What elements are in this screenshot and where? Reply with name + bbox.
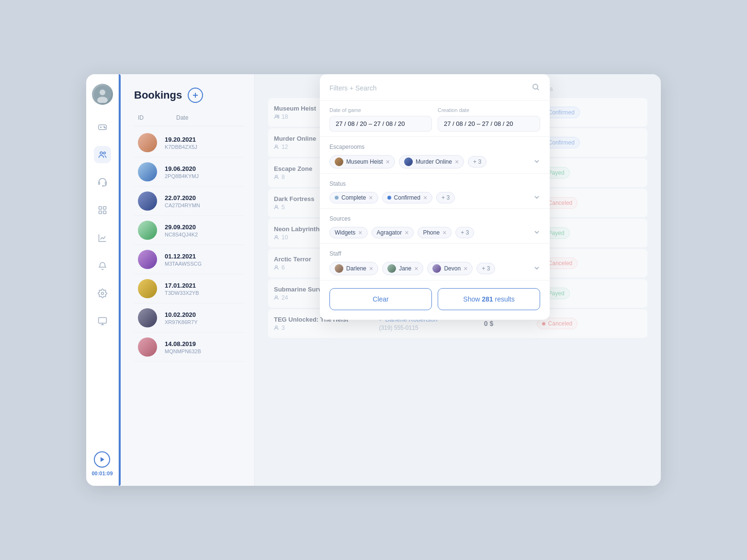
search-icon[interactable]: [532, 83, 540, 93]
status-label: Status: [329, 180, 540, 187]
filter-sources-section: Sources Widgets × Agragator × Phone ×: [320, 209, 550, 244]
staff-chevron-icon[interactable]: [533, 265, 540, 273]
svg-point-5: [104, 127, 105, 128]
page-title: Bookings: [134, 89, 182, 101]
table-row[interactable]: 29.09.2020 NC8S4QJ4K2: [134, 216, 245, 245]
filter-panel: Filters + Search Date of game 27 / 08 / …: [320, 74, 550, 320]
filter-tag-murder-online[interactable]: Murder Online ×: [399, 155, 464, 168]
filter-tag-phone[interactable]: Phone ×: [418, 227, 452, 238]
add-booking-button[interactable]: [188, 88, 203, 103]
creation-date-label: Creation date: [438, 107, 540, 113]
nav-sidebar: 00:01:09: [86, 74, 119, 486]
escaperooms-more[interactable]: + 3: [468, 156, 487, 168]
status-chevron-icon[interactable]: [533, 194, 540, 202]
creation-date-input[interactable]: 27 / 08 / 20 – 27 / 08 / 20: [438, 116, 540, 132]
tag-label: Confirmed: [394, 194, 420, 201]
filter-staff-section: Staff Darlene × Jane ×: [320, 244, 550, 280]
date-row: Date of game 27 / 08 / 20 – 27 / 08 / 20…: [329, 107, 540, 132]
show-suffix: results: [493, 295, 515, 303]
svg-point-10: [102, 186, 103, 187]
remove-tag-icon[interactable]: ×: [386, 158, 390, 165]
filter-tag-confirmed[interactable]: Confirmed ×: [382, 192, 433, 203]
avatar[interactable]: [92, 84, 113, 105]
table-row[interactable]: 19.06.2020 2PQ8B4KYMJ: [134, 157, 245, 187]
gamepad-icon[interactable]: [94, 118, 111, 135]
filter-tag-devon[interactable]: Devon ×: [427, 262, 473, 275]
col-date: Date: [176, 114, 241, 121]
tag-avatar: [387, 264, 396, 273]
status-more[interactable]: + 3: [436, 192, 455, 203]
remove-tag-icon[interactable]: ×: [358, 229, 362, 236]
booking-avatar: [138, 308, 157, 327]
clear-button[interactable]: Clear: [329, 288, 432, 310]
svg-rect-13: [99, 211, 102, 214]
svg-rect-16: [98, 318, 106, 324]
timer-display: 00:01:09: [91, 470, 113, 476]
remove-tag-icon[interactable]: ×: [405, 229, 408, 236]
remove-tag-icon[interactable]: ×: [369, 194, 373, 201]
booking-id: K7DBB4ZX5J: [165, 144, 241, 150]
remove-tag-icon[interactable]: ×: [455, 158, 459, 165]
table-row[interactable]: 14.08.2019 MQNMPN632B: [134, 333, 245, 362]
table-row[interactable]: 19.20.2021 K7DBB4ZX5J: [134, 128, 245, 157]
monitor-icon[interactable]: [94, 313, 111, 330]
bookings-panel: Bookings ID Date 19.20.2021 K7DBB4ZX5J: [121, 74, 255, 486]
filter-tag-darlene[interactable]: Darlene ×: [329, 262, 378, 275]
tag-label: Darlene: [346, 265, 366, 272]
bell-icon[interactable]: [94, 257, 111, 274]
tag-dot-complete: [335, 196, 339, 200]
status-tags: Complete × Confirmed × + 3: [329, 192, 540, 203]
bookings-header: Bookings: [134, 88, 245, 103]
col-id: ID: [138, 114, 176, 121]
remove-tag-icon[interactable]: ×: [464, 265, 467, 272]
filter-tag-widgets[interactable]: Widgets ×: [329, 227, 368, 238]
booking-avatar: [138, 250, 157, 269]
filter-tag-jane[interactable]: Jane ×: [382, 262, 423, 275]
table-row[interactable]: 01.12.2021 M3TAAWSSCG: [134, 245, 245, 274]
filter-tag-agragator[interactable]: Agragator ×: [372, 227, 414, 238]
filter-buttons: Clear Show 281 results: [320, 280, 550, 310]
booking-info: 17.01.2021 T3DW33X2YB: [165, 282, 241, 296]
tag-label: Agragator: [377, 229, 402, 236]
svg-point-1: [100, 90, 105, 95]
filter-tag-complete[interactable]: Complete ×: [329, 192, 378, 203]
staff-tags: Darlene × Jane × Devon ×: [329, 262, 540, 275]
tag-label: Jane: [399, 265, 411, 272]
date-of-game-input[interactable]: 27 / 08 / 20 – 27 / 08 / 20: [329, 116, 432, 132]
sources-chevron-icon[interactable]: [533, 229, 540, 237]
filter-tag-museum-heist[interactable]: Museum Heist ×: [329, 155, 395, 168]
date-of-game-group: Date of game 27 / 08 / 20 – 27 / 08 / 20: [329, 107, 432, 132]
svg-rect-9: [105, 182, 106, 184]
staff-more[interactable]: + 3: [476, 263, 495, 274]
table-row[interactable]: 17.01.2021 T3DW33X2YB: [134, 274, 245, 303]
sources-more[interactable]: + 3: [455, 227, 474, 238]
show-results-button[interactable]: Show 281 results: [438, 288, 540, 310]
sources-tags: Widgets × Agragator × Phone × + 3: [329, 227, 540, 238]
booking-info: 01.12.2021 M3TAAWSSCG: [165, 253, 241, 267]
users-icon[interactable]: [94, 146, 111, 163]
remove-tag-icon[interactable]: ×: [369, 265, 373, 272]
tag-label: Complete: [341, 194, 366, 201]
filter-date-section: Date of game 27 / 08 / 20 – 27 / 08 / 20…: [320, 101, 550, 137]
booking-date: 19.06.2020: [165, 165, 241, 172]
tag-icon: [335, 157, 343, 166]
booking-id: CA27D4RYMN: [165, 202, 241, 208]
svg-rect-8: [98, 182, 100, 184]
remove-tag-icon[interactable]: ×: [442, 229, 446, 236]
show-prefix: Show: [463, 295, 482, 303]
settings-icon[interactable]: [94, 285, 111, 302]
table-row[interactable]: 10.02.2020 XR97K86R7Y: [134, 303, 245, 333]
active-indicator: [119, 74, 121, 486]
headset-icon[interactable]: [94, 174, 111, 191]
remove-tag-icon[interactable]: ×: [423, 194, 427, 201]
remove-tag-icon[interactable]: ×: [414, 265, 418, 272]
table-row[interactable]: 22.07.2020 CA27D4RYMN: [134, 187, 245, 216]
rooms-icon[interactable]: [94, 202, 111, 219]
timer-play-button[interactable]: [94, 451, 110, 468]
escaperooms-tags: Museum Heist × Murder Online × + 3: [329, 155, 540, 168]
booking-date: 22.07.2020: [165, 194, 241, 202]
svg-point-6: [100, 152, 102, 154]
tag-avatar: [335, 264, 343, 273]
escaperooms-chevron-icon[interactable]: [533, 158, 540, 166]
stats-icon[interactable]: [94, 229, 111, 246]
